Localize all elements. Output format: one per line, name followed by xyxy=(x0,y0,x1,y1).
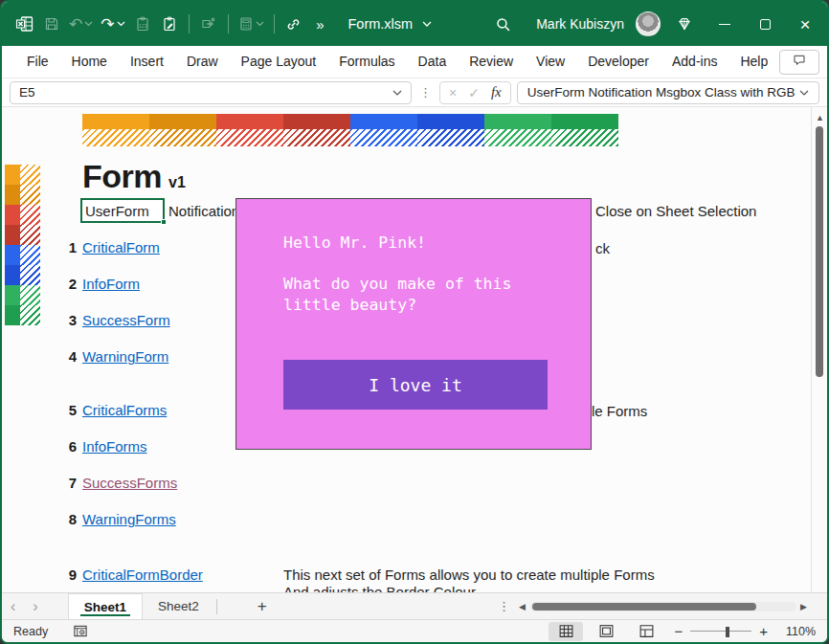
tab-add-ins[interactable]: Add-ins xyxy=(661,46,728,78)
tab-draw[interactable]: Draw xyxy=(175,46,230,78)
maximize-button[interactable] xyxy=(749,9,781,39)
save-icon[interactable] xyxy=(39,10,64,38)
banner-solid-segment xyxy=(484,114,551,129)
hyperlink-warningforms[interactable]: WarningForms xyxy=(82,511,176,527)
sheet-tab-sheet2[interactable]: Sheet2 xyxy=(143,593,214,619)
hyperlink-criticalformborder[interactable]: CriticalFormBorder xyxy=(82,566,203,583)
paste-values-icon[interactable]: 123 xyxy=(130,10,155,38)
zoom-slider[interactable] xyxy=(690,626,751,637)
insert-function-icon[interactable]: fx xyxy=(491,84,502,100)
undo-icon[interactable]: ↶ xyxy=(66,10,96,38)
row9-description-line2: And adjusts the Border Colour xyxy=(283,584,476,592)
dialog-message-line1: What do you make of this xyxy=(283,275,511,293)
title-bar: ↶↷123» Form.xlsm Mark Kubiszyn × xyxy=(2,2,827,46)
tab-page-layout[interactable]: Page Layout xyxy=(230,46,328,78)
hyperlink-warningform[interactable]: WarningForm xyxy=(82,348,168,365)
horizontal-scrollbar-thumb[interactable] xyxy=(532,603,756,611)
vertical-scrollbar[interactable]: ▲ xyxy=(811,107,827,592)
new-sheet-button[interactable]: + xyxy=(244,597,280,616)
more-commands-icon[interactable]: » xyxy=(308,10,333,38)
tab-help[interactable]: Help xyxy=(728,46,779,78)
macro-record-icon[interactable] xyxy=(73,624,88,638)
zoom-in-button[interactable]: + xyxy=(751,623,775,639)
tab-review[interactable]: Review xyxy=(458,46,525,78)
banner-stripe-segment xyxy=(283,129,350,146)
document-title-dropdown[interactable]: Form.xlsm xyxy=(348,16,433,32)
tab-file[interactable]: File xyxy=(15,46,60,78)
scroll-up-icon[interactable]: ▲ xyxy=(816,113,824,122)
next-sheet-icon[interactable]: › xyxy=(24,598,46,615)
page-break-icon xyxy=(639,623,655,639)
document-title: Form.xlsm xyxy=(348,16,414,32)
delete-cells-icon[interactable] xyxy=(196,10,221,38)
link-icon[interactable] xyxy=(281,10,306,38)
quick-access-toolbar: ↶↷123» xyxy=(11,10,333,38)
status-ready: Ready xyxy=(13,625,48,638)
zoom-level[interactable]: 110% xyxy=(775,625,816,638)
tab-developer[interactable]: Developer xyxy=(576,46,661,78)
comments-button[interactable] xyxy=(779,50,819,75)
name-box[interactable]: E5 xyxy=(10,81,412,104)
hyperlink-infoform[interactable]: InfoForm xyxy=(82,276,140,292)
banner-stripe-segment xyxy=(551,129,618,146)
sheet-tab-bar: ‹ › Sheet1Sheet2 + ⋮ ◀ ▶ xyxy=(2,592,827,619)
page-layout-view-button[interactable] xyxy=(589,622,623,641)
banner-stripe-segment xyxy=(20,185,40,205)
paste-special-icon[interactable] xyxy=(157,10,182,38)
previous-sheet-icon[interactable]: ‹ xyxy=(2,598,24,615)
minimize-button[interactable] xyxy=(708,9,741,39)
hyperlink-criticalforms[interactable]: CriticalForms xyxy=(82,402,167,418)
diamond-icon[interactable] xyxy=(668,9,701,39)
row-number: 6 xyxy=(59,438,77,455)
sheet-tab-sheet1[interactable]: Sheet1 xyxy=(68,593,143,619)
formula-input[interactable]: UserForm Notification Msgbox Class with … xyxy=(517,81,819,104)
calculator-icon[interactable] xyxy=(235,10,267,38)
cancel-icon[interactable]: × xyxy=(449,85,457,100)
zoom-slider-thumb[interactable] xyxy=(726,627,729,637)
redo-icon[interactable]: ↷ xyxy=(98,10,127,38)
close-icon: × xyxy=(799,15,810,33)
user-name[interactable]: Mark Kubiszyn xyxy=(536,16,624,32)
banner-solid-segment xyxy=(5,185,20,205)
hyperlink-infoforms[interactable]: InfoForms xyxy=(82,438,147,455)
close-button[interactable]: × xyxy=(789,9,821,39)
toolbar-separator xyxy=(228,14,229,33)
vertical-scrollbar-thumb[interactable] xyxy=(816,126,823,377)
page-break-preview-button[interactable] xyxy=(629,622,663,641)
fill-handle[interactable] xyxy=(161,219,167,225)
banner-solid-segment xyxy=(551,114,618,129)
enter-icon[interactable]: ✓ xyxy=(468,85,480,100)
scroll-left-icon[interactable]: ◀ xyxy=(519,602,526,611)
horizontal-scrollbar[interactable] xyxy=(530,602,796,611)
hyperlink-successform[interactable]: SuccessForm xyxy=(82,312,170,328)
chevron-down-icon xyxy=(392,90,402,96)
grid-icon xyxy=(558,623,574,639)
tab-data[interactable]: Data xyxy=(407,46,459,78)
search-icon[interactable] xyxy=(486,9,519,39)
banner-stripe-segment xyxy=(484,129,551,146)
scroll-right-icon[interactable]: ▶ xyxy=(800,602,807,611)
formula-bar-handle[interactable]: ⋮ xyxy=(417,85,434,100)
selected-cell[interactable]: UserForm xyxy=(80,198,165,223)
worksheet[interactable]: Formv1 UserForm Notification Msgbox Clas… xyxy=(2,107,827,592)
tab-view[interactable]: View xyxy=(525,46,576,78)
banner-stripe-segment xyxy=(20,205,40,225)
tab-home[interactable]: Home xyxy=(60,46,119,78)
banner-stripe-segment xyxy=(20,265,40,285)
close-on-sheet-text: Close on Sheet Selection xyxy=(595,203,756,219)
row-number: 7 xyxy=(59,475,77,491)
tabbar-resize-handle[interactable]: ⋮ xyxy=(498,599,510,613)
banner-stripe-segment xyxy=(350,129,417,146)
normal-view-button[interactable] xyxy=(549,622,583,641)
zoom-out-button[interactable]: − xyxy=(666,623,690,639)
chevron-down-icon xyxy=(422,21,432,27)
tab-formulas[interactable]: Formulas xyxy=(327,46,406,78)
banner-stripe-segment xyxy=(149,129,216,146)
banner-solid-segment xyxy=(283,114,350,129)
user-avatar[interactable] xyxy=(636,11,661,36)
i-love-it-button[interactable]: I love it xyxy=(283,360,548,410)
tab-insert[interactable]: Insert xyxy=(119,46,175,78)
hyperlink-criticalform[interactable]: CriticalForm xyxy=(82,239,160,255)
hyperlink-successforms[interactable]: SuccessForms xyxy=(82,475,177,491)
row-number: 8 xyxy=(59,511,77,527)
